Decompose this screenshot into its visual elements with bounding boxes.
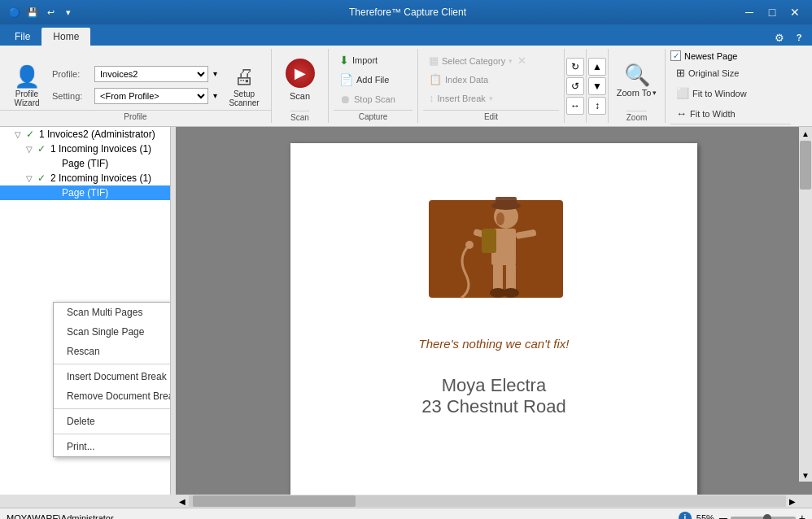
capture-group-label: Capture	[334, 110, 413, 121]
zoom-slider[interactable]	[731, 517, 796, 520]
ribbon-settings-btn[interactable]: ⚙	[771, 29, 788, 46]
setting-select[interactable]: <From Profile>	[94, 88, 208, 104]
fit-to-window-btn[interactable]: ⬜ Fit to Window	[670, 85, 753, 102]
status-right: i 55% ─ +	[679, 512, 805, 520]
ctx-sep-2	[54, 408, 171, 409]
tree-item-root[interactable]: ▽ ✓ 1 Invoices2 (Administrator)	[0, 127, 170, 142]
close-button[interactable]: ✕	[784, 3, 805, 21]
select-category-arrow: ▾	[509, 57, 513, 65]
original-size-icon: ⊞	[676, 67, 685, 79]
ctx-delete[interactable]: Delete	[54, 412, 171, 431]
h-scroll-thumb[interactable]	[193, 495, 356, 507]
import-icon: ⬇	[339, 54, 349, 67]
h-scroll-track	[189, 495, 786, 507]
profile-dropdown-arrow[interactable]: ▾	[212, 69, 219, 78]
help-button[interactable]: ?	[791, 29, 807, 46]
profile-wizard-btn[interactable]: 👤 Profile Wizard	[7, 64, 47, 107]
tree-item-page1[interactable]: Page (TIF)	[0, 156, 170, 171]
h-scroll-right-btn[interactable]: ▶	[786, 495, 799, 507]
newest-page-row: ✓ Newest Page	[670, 50, 737, 61]
quick-undo-btn[interactable]: ↩	[42, 4, 59, 20]
ctx-scan-multi[interactable]: Scan Multi Pages	[54, 303, 171, 322]
document-page: There's nothing we can't fix! Moya Elect…	[290, 143, 697, 495]
tree-item-page2[interactable]: Page (TIF)	[0, 185, 170, 200]
ribbon: 👤 Profile Wizard Profile: Invoices2 ▾ Se…	[0, 46, 812, 127]
insert-break-btn[interactable]: ↕ Insert Break ▾	[423, 89, 499, 107]
tree-text-incoming2: 2 Incoming Invoices (1)	[50, 172, 167, 184]
profile-label: Profile:	[52, 69, 91, 79]
profile-group-label: Profile	[0, 110, 271, 121]
add-file-btn[interactable]: 📄 Add File	[334, 71, 407, 89]
ctx-insert-break[interactable]: Insert Document Break	[54, 367, 171, 386]
svg-rect-9	[506, 264, 516, 292]
scroll-down-btn[interactable]: ▼	[799, 469, 812, 482]
ctx-sep-3	[54, 434, 171, 434]
select-category-btn[interactable]: ▦ Select Category ▾ ✕	[423, 52, 532, 69]
status-bar: MOYAWARE\Administrator i 55% ─ +	[0, 508, 812, 519]
quick-dropdown-btn[interactable]: ▾	[60, 4, 76, 20]
zoom-slider-thumb[interactable]	[763, 514, 771, 520]
tree-item-incoming1[interactable]: ▽ ✓ 1 Incoming Invoices (1)	[0, 142, 170, 156]
zoom-to-btn[interactable]: 🔍 Zoom To ▾	[616, 50, 658, 109]
add-file-icon: 📄	[339, 73, 353, 86]
tree-expand-incoming1[interactable]: ▽	[26, 145, 37, 154]
main-area: ▽ ✓ 1 Invoices2 (Administrator) ▽ ✓ 1 In…	[0, 127, 812, 495]
arrow-up-btn[interactable]: ▲	[588, 58, 606, 76]
select-category-del-icon: ✕	[517, 55, 526, 67]
vertical-scrollbar[interactable]: ▲ ▼	[799, 127, 812, 482]
tree-item-incoming2[interactable]: ▽ ✓ 2 Incoming Invoices (1)	[0, 171, 170, 185]
ribbon-group-edit: ▦ Select Category ▾ ✕ 📋 Index Data ↕ Ins…	[418, 49, 565, 123]
scan-icon: ▶	[286, 59, 315, 88]
rotate2-btn[interactable]: ↕	[588, 97, 606, 115]
svg-rect-8	[493, 264, 503, 292]
select-category-icon: ▦	[429, 55, 439, 67]
zoom-in-btn[interactable]: +	[799, 512, 805, 520]
index-data-label: Index Data	[445, 75, 488, 85]
tab-home[interactable]: Home	[41, 28, 90, 46]
rotate-cw-btn[interactable]: ↻	[566, 58, 584, 76]
stop-scan-icon: ⏺	[339, 93, 351, 106]
ribbon-group-capture: ⬇ Import 📄 Add File ⏺ Stop Scan Capture	[329, 49, 418, 123]
profile-wizard-label: Profile Wizard	[7, 89, 47, 107]
rotate-ccw-btn[interactable]: ↺	[566, 77, 584, 95]
svg-rect-3	[495, 197, 517, 207]
tree-expand-incoming2[interactable]: ▽	[26, 174, 37, 183]
scroll-up-btn[interactable]: ▲	[799, 127, 812, 140]
flip-btn[interactable]: ↔	[566, 97, 584, 115]
minimize-button[interactable]: ─	[739, 3, 760, 21]
tab-file[interactable]: File	[3, 28, 41, 46]
insert-break-arrow: ▾	[489, 94, 493, 102]
ctx-scan-single[interactable]: Scan Single Page	[54, 322, 171, 342]
original-size-btn[interactable]: ⊞ Original Size	[670, 64, 744, 81]
quick-save-btn[interactable]: 💾	[24, 4, 41, 20]
fit-to-width-btn[interactable]: ↔ Fit to Width	[670, 105, 744, 122]
tree-text-page1: Page (TIF)	[49, 158, 167, 169]
maximize-button[interactable]: □	[762, 3, 783, 21]
newest-page-checkbox[interactable]: ✓	[670, 50, 681, 61]
ctx-remove-break[interactable]: Remove Document Break	[54, 386, 171, 406]
zoom-out-btn[interactable]: ─	[719, 512, 727, 520]
ctx-rescan[interactable]: Rescan	[54, 342, 171, 361]
ctx-print[interactable]: Print...	[54, 437, 171, 456]
ribbon-tabs: File Home ⚙ ?	[0, 24, 812, 46]
import-btn[interactable]: ⬇ Import	[334, 51, 407, 69]
setting-row: Setting: <From Profile> ▾	[52, 88, 219, 104]
ribbon-group-profile: 👤 Profile Wizard Profile: Invoices2 ▾ Se…	[0, 49, 272, 123]
scan-label: Scan	[290, 91, 310, 101]
profile-row: Profile: Invoices2 ▾	[52, 66, 219, 82]
h-scroll-left-btn[interactable]: ◀	[176, 495, 189, 507]
setup-scanner-btn[interactable]: 🖨 SetupScanner	[224, 64, 264, 107]
scan-btn[interactable]: ▶ Scan	[277, 50, 323, 109]
profile-select[interactable]: Invoices2	[94, 66, 208, 82]
title-bar-left: 🔵 💾 ↩ ▾	[7, 4, 76, 20]
arrow-down-btn[interactable]: ▼	[588, 77, 606, 95]
zoom-controls: ─ +	[719, 512, 805, 520]
tree-expand-root[interactable]: ▽	[15, 130, 26, 139]
setting-dropdown-arrow[interactable]: ▾	[212, 91, 219, 100]
zoom-to-label: Zoom To ▾	[617, 88, 657, 98]
index-data-btn[interactable]: 📋 Index Data	[423, 71, 496, 88]
scroll-thumb[interactable]	[800, 141, 811, 190]
tree-check-root: ✓	[26, 129, 39, 140]
info-button[interactable]: i	[679, 512, 692, 520]
stop-scan-btn[interactable]: ⏺ Stop Scan	[334, 90, 407, 108]
